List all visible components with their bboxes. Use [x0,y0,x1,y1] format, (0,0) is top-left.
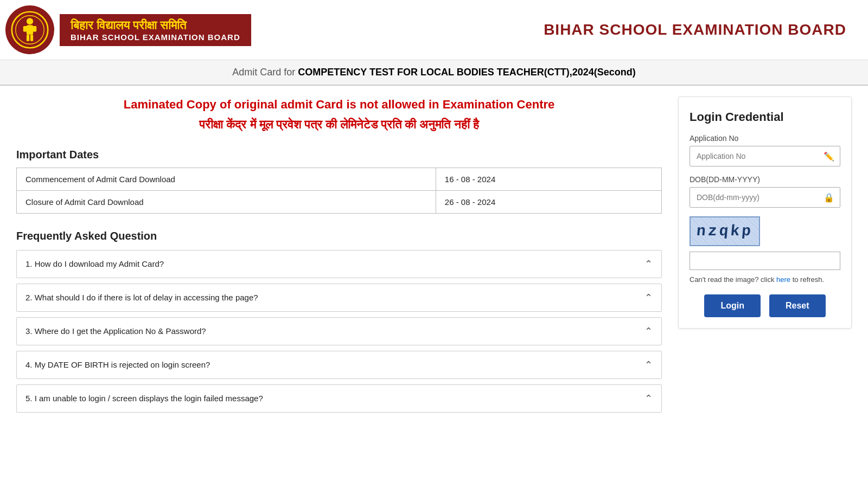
date-label: Closure of Admit Card Download [17,190,436,213]
login-button[interactable]: Login [704,294,761,317]
login-title: Login Credential [690,110,840,124]
logo-block: बिहार विद्यालय परीक्षा समिति BIHAR SCHOO… [5,5,251,54]
dates-table: Commencement of Admit Card Download16 - … [16,168,662,214]
faq-item[interactable]: 5. I am unable to login / screen display… [16,384,662,413]
svg-point-2 [27,18,33,24]
chevron-down-icon: ⌃ [644,393,653,404]
chevron-down-icon: ⌃ [644,258,653,270]
main-container: Laminated Copy of original admit Card is… [0,86,868,429]
svg-rect-5 [33,26,36,32]
svg-rect-7 [30,35,33,41]
logo-hindi-text: बिहार विद्यालय परीक्षा समिति [71,18,240,33]
faq-item[interactable]: 3. Where do I get the Application No & P… [16,317,662,345]
svg-rect-3 [27,25,33,35]
chevron-down-icon: ⌃ [644,292,653,304]
warning-hindi: परीक्षा केंद्र में मूल प्रवेश पत्र की ले… [16,117,662,133]
captcha-help: Can't read the image? click here to refr… [690,275,840,284]
captcha-input[interactable] [690,252,840,270]
warning-block: Laminated Copy of original admit Card is… [16,97,662,133]
left-panel: Laminated Copy of original admit Card is… [16,97,678,418]
captcha-image: nzqkp [690,216,760,246]
right-panel: Login Credential Application No ✏️ DOB(D… [678,97,852,329]
date-value: 16 - 08 - 2024 [436,168,661,190]
dob-input[interactable] [690,188,818,207]
banner-prefix: Admit Card for [232,67,298,78]
faq-title: Frequently Asked Question [16,230,662,242]
faq-question: 5. I am unable to login / screen display… [25,394,263,403]
warning-english: Laminated Copy of original admit Card is… [16,97,662,113]
lock-icon: 🔒 [818,192,840,203]
faq-question: 4. My DATE OF BIRTH is rejected on login… [25,360,210,369]
faq-question: 3. Where do I get the Application No & P… [25,326,206,336]
important-dates-title: Important Dates [16,149,662,161]
faq-item[interactable]: 1. How do I download my Admit Card?⌃ [16,250,662,278]
svg-rect-4 [23,26,27,32]
header-title: BIHAR SCHOOL EXAMINATION BOARD [544,21,846,38]
chevron-down-icon: ⌃ [644,359,653,371]
date-label: Commencement of Admit Card Download [17,168,436,190]
table-row: Commencement of Admit Card Download16 - … [17,168,662,190]
svg-rect-6 [27,35,29,41]
chevron-down-icon: ⌃ [644,325,653,337]
faq-item[interactable]: 2. What should I do if there is lot of d… [16,284,662,312]
logo-emblem [5,5,54,54]
reset-button[interactable]: Reset [769,294,826,317]
faq-list: 1. How do I download my Admit Card?⌃2. W… [16,250,662,413]
edit-icon[interactable]: ✏️ [818,151,840,162]
app-no-input-row: ✏️ [690,146,840,166]
banner-exam-name: COMPETENCY TEST FOR LOCAL BODIES TEACHER… [298,67,635,78]
faq-question: 1. How do I download my Admit Card? [25,259,164,268]
header: बिहार विद्यालय परीक्षा समिति BIHAR SCHOO… [0,0,868,60]
faq-item[interactable]: 4. My DATE OF BIRTH is rejected on login… [16,351,662,379]
dob-input-row: 🔒 [690,187,840,208]
table-row: Closure of Admit Card Download26 - 08 - … [17,190,662,213]
app-no-label: Application No [690,134,840,143]
app-no-input[interactable] [690,146,818,166]
faq-question: 2. What should I do if there is lot of d… [25,293,258,302]
logo-english-text: BIHAR SCHOOL EXAMINATION BOARD [71,33,240,42]
banner: Admit Card for COMPETENCY TEST FOR LOCAL… [0,60,868,86]
captcha-text: nzqkp [696,223,754,240]
captcha-refresh-link[interactable]: here [776,275,790,284]
dob-label: DOB(DD-MM-YYYY) [690,175,840,184]
logo-text: बिहार विद्यालय परीक्षा समिति BIHAR SCHOO… [60,14,251,46]
date-value: 26 - 08 - 2024 [436,190,661,213]
button-row: Login Reset [690,294,840,317]
